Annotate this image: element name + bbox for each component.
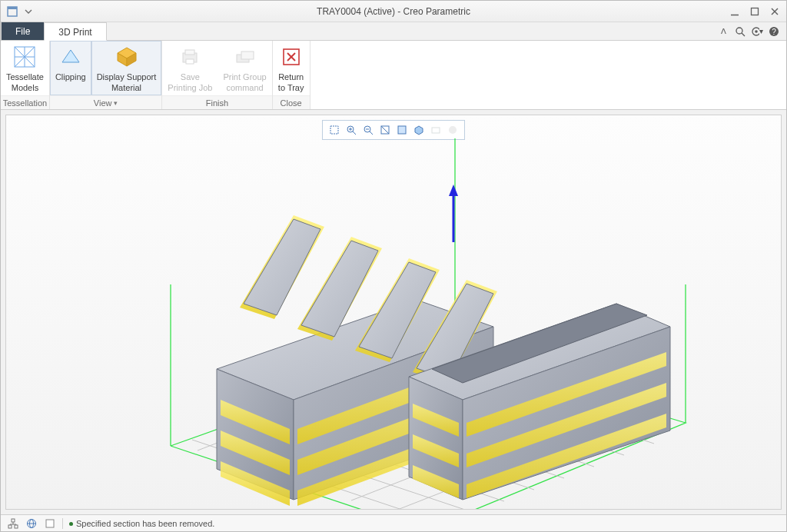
svg-rect-3 bbox=[752, 8, 759, 15]
ribbon-label: Save bbox=[181, 72, 200, 81]
svg-point-6 bbox=[736, 28, 742, 34]
support-material-icon bbox=[115, 45, 139, 69]
svg-marker-71 bbox=[244, 219, 320, 315]
tessellate-icon bbox=[12, 45, 37, 69]
app-window: TRAY0004 (Active) - Creo Parametric File… bbox=[0, 0, 787, 532]
maximize-icon[interactable] bbox=[749, 6, 760, 17]
ribbon-label: Return bbox=[278, 72, 304, 81]
ribbon-label: Material bbox=[111, 83, 141, 92]
svg-point-9 bbox=[755, 30, 758, 33]
ribbon-group-tessellation: Tessellate Models Tessellation bbox=[1, 41, 50, 109]
window-title: TRAY0004 (Active) - Creo Parametric bbox=[1, 6, 786, 17]
status-dot-icon bbox=[69, 522, 73, 526]
svg-rect-89 bbox=[8, 525, 12, 528]
status-bar: Specified section has been removed. bbox=[1, 514, 786, 531]
ribbon-collapse-icon[interactable]: ᐱ bbox=[717, 25, 729, 38]
ribbon-label: Models bbox=[12, 83, 38, 92]
display-support-material-button[interactable]: Display Support Material bbox=[91, 41, 162, 95]
chevron-down-icon: ▾ bbox=[759, 27, 763, 35]
ribbon-group-view: Clipping Display Support Material V bbox=[50, 41, 162, 109]
status-message: Specified section has been removed. bbox=[69, 519, 214, 528]
tab-file[interactable]: File bbox=[1, 22, 44, 40]
window-controls bbox=[729, 6, 786, 17]
ribbon-group-close: Return to Tray Close bbox=[273, 41, 310, 109]
close-icon[interactable] bbox=[769, 6, 780, 17]
status-checkbox-icon[interactable] bbox=[44, 517, 56, 530]
ribbon-group-label: Tessellation bbox=[1, 95, 49, 109]
svg-rect-23 bbox=[186, 59, 194, 64]
model-scene bbox=[63, 131, 724, 510]
status-tree-icon[interactable] bbox=[7, 517, 19, 530]
tab-3d-print[interactable]: 3D Print bbox=[44, 22, 106, 41]
separator bbox=[62, 518, 63, 529]
ribbon-label: Print Group bbox=[223, 72, 266, 81]
print-group-icon bbox=[233, 45, 257, 69]
search-icon[interactable] bbox=[734, 25, 746, 38]
ribbon-label: Clipping bbox=[55, 72, 86, 81]
svg-rect-90 bbox=[15, 525, 18, 528]
status-globe-icon[interactable] bbox=[25, 517, 38, 530]
qat-dropdown-icon[interactable] bbox=[22, 5, 35, 18]
return-to-tray-button[interactable]: Return to Tray bbox=[273, 41, 310, 95]
help-icon[interactable]: ? bbox=[768, 25, 780, 38]
svg-line-7 bbox=[742, 33, 745, 36]
qat-icon[interactable] bbox=[5, 5, 19, 18]
ribbon-label: Tessellate bbox=[6, 72, 44, 81]
svg-rect-98 bbox=[46, 520, 54, 527]
ribbon: Tessellate Models Tessellation Clipping bbox=[1, 41, 786, 110]
quick-access-toolbar bbox=[1, 1, 35, 22]
title-bar: TRAY0004 (Active) - Creo Parametric bbox=[1, 1, 786, 22]
print-group-command-button: Print Group command bbox=[218, 41, 271, 95]
graphics-viewport[interactable] bbox=[5, 115, 782, 510]
ribbon-label: command bbox=[226, 83, 263, 92]
save-printing-job-button: Save Printing Job bbox=[162, 41, 218, 95]
tessellate-models-button[interactable]: Tessellate Models bbox=[1, 41, 49, 95]
clipping-button[interactable]: Clipping bbox=[50, 41, 91, 95]
svg-rect-1 bbox=[8, 7, 17, 9]
ribbon-group-label: Finish bbox=[162, 95, 271, 109]
minimize-icon[interactable] bbox=[729, 6, 740, 17]
clipping-icon bbox=[58, 45, 83, 69]
svg-text:?: ? bbox=[772, 28, 776, 36]
ribbon-label: Printing Job bbox=[168, 83, 212, 92]
ribbon-group-label[interactable]: View bbox=[50, 95, 161, 109]
ribbon-tab-row: File 3D Print ᐱ ▾ ? bbox=[1, 22, 786, 41]
svg-rect-88 bbox=[12, 519, 15, 522]
ribbon-label: to Tray bbox=[278, 83, 304, 92]
ribbon-label: Display Support bbox=[97, 72, 157, 81]
close-x-icon bbox=[279, 45, 304, 69]
settings-icon[interactable]: ▾ bbox=[751, 25, 763, 38]
ribbon-group-finish: Save Printing Job Print Group command Fi… bbox=[162, 41, 272, 109]
svg-rect-22 bbox=[185, 50, 194, 55]
svg-rect-25 bbox=[241, 52, 254, 59]
save-print-icon bbox=[178, 45, 202, 69]
ribbon-group-label: Close bbox=[273, 95, 310, 109]
svg-marker-46 bbox=[449, 185, 458, 196]
